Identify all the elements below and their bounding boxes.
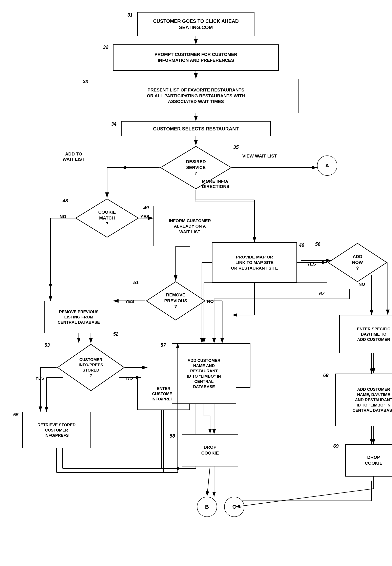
node-49: INFORM CUSTOMERALREADY ON AWAIT LIST bbox=[154, 206, 226, 246]
svg-line-86 bbox=[235, 489, 374, 507]
node-51-remove-previous: REMOVEPREVIOUS? bbox=[145, 281, 206, 321]
ref-35: 35 bbox=[233, 144, 239, 150]
ref-31: 31 bbox=[127, 12, 133, 18]
ref-69: 69 bbox=[333, 443, 339, 449]
node-32: PROMPT CUSTOMER FOR CUSTOMERINFORMATION … bbox=[113, 44, 279, 71]
ref-49: 49 bbox=[143, 205, 149, 211]
label-add-to-wait-list: ADD TOWAIT LIST bbox=[63, 152, 85, 162]
node-enter-specific: ENTER SPECIFICDAY/TIME TOADD CUSTOMER bbox=[339, 315, 392, 353]
label-cookie-no: NO bbox=[60, 214, 66, 219]
ref-67: 67 bbox=[319, 291, 324, 296]
label-addnow-yes: YES bbox=[307, 262, 316, 267]
ref-55: 55 bbox=[13, 412, 19, 418]
circle-a: A bbox=[317, 155, 337, 176]
node-48-cookie-match: COOKIEMATCH? bbox=[75, 198, 139, 238]
label-addnow-no: NO bbox=[359, 282, 365, 287]
label-cookie-yes: YES bbox=[140, 214, 149, 219]
svg-line-84 bbox=[207, 467, 210, 496]
node-34: CUSTOMER SELECTS RESTAURANT bbox=[121, 121, 271, 136]
label-stored-no: NO bbox=[126, 376, 133, 381]
ref-46: 46 bbox=[299, 242, 304, 248]
ref-57: 57 bbox=[161, 342, 166, 348]
label-stored-yes: YES bbox=[35, 376, 44, 381]
node-53-customer-info-stored: CUSTOMERINFO/PREPSSTORED? bbox=[56, 343, 125, 392]
ref-34: 34 bbox=[111, 121, 116, 127]
node-56-add-now: ADDNOW? bbox=[327, 242, 388, 283]
circle-b: B bbox=[197, 497, 217, 517]
ref-33: 33 bbox=[83, 79, 88, 84]
label-more-info: MORE INFO/DIRECTIONS bbox=[202, 179, 229, 189]
ref-48: 48 bbox=[63, 198, 68, 204]
label-view-wait-list: VIEW WAIT LIST bbox=[242, 153, 277, 159]
node-69: DROPCOOKIE bbox=[345, 444, 392, 477]
node-46: PROVIDE MAP ORLINK TO MAP SITEOR RESTAUR… bbox=[212, 242, 297, 283]
label-remove-no: NO bbox=[207, 299, 214, 304]
label-remove-yes: YES bbox=[125, 299, 134, 304]
ref-32: 32 bbox=[103, 44, 109, 50]
node-31: CUSTOMER GOES TO CLICK AHEAD SEATING.COM bbox=[137, 12, 254, 36]
circle-c: C bbox=[224, 497, 244, 517]
node-68: ADD CUSTOMERNAME, DAY/TIMEAND RESTAURANT… bbox=[335, 373, 392, 426]
ref-51: 51 bbox=[133, 280, 139, 285]
ref-52: 52 bbox=[113, 331, 119, 337]
ref-56: 56 bbox=[315, 241, 321, 247]
node-57: ADD CUSTOMERNAME ANDRESTAURANTID TO "LIM… bbox=[172, 343, 236, 404]
node-33: PRESENT LIST OF FAVORITE RESTAURANTSOR A… bbox=[93, 79, 299, 113]
node-58: DROPCOOKIE bbox=[182, 434, 238, 467]
ref-68: 68 bbox=[323, 373, 329, 378]
ref-58: 58 bbox=[170, 433, 175, 439]
node-52: REMOVE PREVIOUSLISTING FROMCENTRAL DATAB… bbox=[44, 301, 113, 333]
diagram-container: CUSTOMER GOES TO CLICK AHEAD SEATING.COM… bbox=[0, 0, 392, 566]
ref-53: 53 bbox=[44, 342, 50, 348]
node-55: RETRIEVE STOREDCUSTOMERINFO/PREFS bbox=[22, 412, 91, 448]
